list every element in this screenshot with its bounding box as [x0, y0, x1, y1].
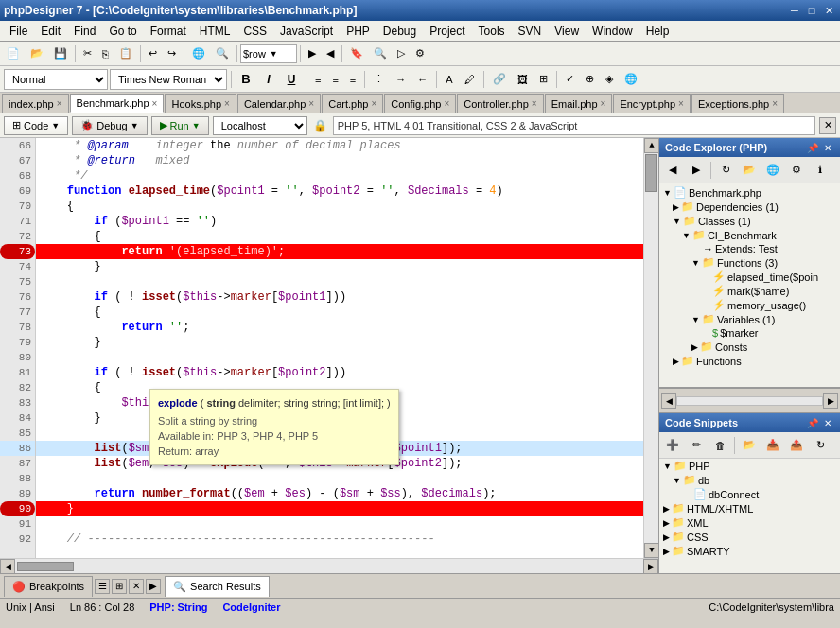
breakpoints-grid-button[interactable]: ⊞ [112, 579, 127, 594]
collapse-icon[interactable]: ▶ [673, 202, 679, 212]
close-icon[interactable]: × [224, 98, 230, 109]
menu-svn[interactable]: SVN [513, 23, 548, 40]
image-button[interactable]: 🖼 [513, 69, 533, 90]
collapse-icon[interactable]: ▼ [663, 188, 672, 198]
redo-button[interactable]: ↪ [163, 44, 181, 64]
macro-button[interactable]: ◈ [601, 69, 618, 90]
snippet-item-xml[interactable]: ▶ 📁 XML [659, 515, 840, 530]
align-center-button[interactable]: ≡ [327, 69, 342, 90]
save-button[interactable]: 💾 [49, 44, 72, 64]
snippet-button[interactable]: ⊕ [581, 69, 599, 90]
breakpoints-list-button[interactable]: ☰ [95, 579, 110, 594]
underline-button[interactable]: U [281, 69, 302, 90]
undo-button[interactable]: ↩ [144, 44, 162, 64]
tab-hooks-php[interactable]: Hooks.php × [165, 94, 236, 113]
search-button[interactable]: 🔍 [369, 44, 392, 64]
tree-item-memory-usage[interactable]: ⚡ memory_usage() [659, 298, 840, 312]
minimize-button[interactable]: ─ [787, 3, 802, 18]
tree-item-mark[interactable]: ⚡ mark($name) [659, 284, 840, 298]
close-toolbar-button[interactable]: ✕ [819, 117, 836, 134]
open-button[interactable]: 📂 [26, 44, 48, 64]
tree-item-classes[interactable]: ▼ 📁 Classes (1) [659, 214, 840, 228]
tab-email-php[interactable]: Email.php × [545, 94, 613, 113]
explorer-settings-button[interactable]: ⚙ [785, 159, 808, 182]
collapse-icon[interactable]: ▶ [663, 547, 670, 556]
panel-pin-button[interactable]: 📌 [806, 141, 819, 154]
highlight-button[interactable]: 🖊 [460, 69, 480, 90]
settings-button[interactable]: ⚙ [411, 44, 429, 64]
snippet-item-db[interactable]: ▼ 📁 db [659, 473, 840, 487]
collapse-icon[interactable]: ▶ [691, 342, 698, 352]
tree-item-elapsed-time[interactable]: ⚡ elapsed_time($poin [659, 270, 840, 284]
italic-button[interactable]: I [258, 69, 279, 90]
close-icon[interactable]: × [532, 98, 537, 109]
tree-item-extends[interactable]: → Extends: Test [659, 242, 840, 255]
snippets-folder-button[interactable]: 📂 [738, 434, 761, 457]
link-button[interactable]: 🔗 [488, 69, 511, 90]
tab-calendar-php[interactable]: Calendar.php × [237, 94, 321, 113]
code-editor[interactable]: * @param integer the number of decimal p… [36, 138, 643, 558]
collapse-icon[interactable]: ▼ [682, 231, 691, 240]
explorer-globe-button[interactable]: 🌐 [761, 159, 784, 182]
tree-item-benchmark[interactable]: ▼ 📄 Benchmark.php [659, 185, 840, 200]
close-button[interactable]: ✕ [821, 3, 836, 18]
left-arrow-button[interactable]: ◀ [661, 393, 676, 409]
list-button[interactable]: ⋮ [369, 69, 389, 90]
snippets-close-button[interactable]: ✕ [821, 416, 834, 429]
vertical-scrollbar[interactable]: ▲ ▼ [643, 138, 658, 558]
collapse-icon[interactable]: ▼ [673, 217, 681, 226]
tab-encrypt-php[interactable]: Encrypt.php × [613, 94, 691, 113]
snippets-export-button[interactable]: 📤 [785, 434, 808, 457]
copy-button[interactable]: ⎘ [97, 44, 114, 64]
tab-config-php[interactable]: Config.php × [384, 94, 456, 113]
close-icon[interactable]: × [57, 98, 62, 109]
scroll-track[interactable] [644, 153, 658, 543]
collapse-icon[interactable]: ▶ [663, 518, 670, 528]
h-scroll-thumb[interactable] [17, 562, 74, 571]
explorer-info-button[interactable]: ℹ [809, 159, 831, 182]
close-icon[interactable]: × [678, 98, 684, 109]
snippet-item-html[interactable]: ▶ 📁 HTML/XHTML [659, 501, 840, 515]
close-icon[interactable]: × [772, 98, 778, 109]
maximize-button[interactable]: □ [804, 3, 819, 18]
menu-javascript[interactable]: JavaScript [274, 23, 339, 40]
explorer-forward-button[interactable]: ▶ [685, 159, 708, 182]
tab-index-php[interactable]: index.php × [2, 94, 69, 113]
menu-goto[interactable]: Go to [103, 23, 142, 40]
localhost-select[interactable]: Localhost [213, 116, 307, 135]
scroll-right-button[interactable]: ▶ [643, 559, 658, 574]
tab-benchmark-php[interactable]: Benchmark.php × [70, 94, 165, 113]
right-arrow-button[interactable]: ▶ [823, 393, 838, 409]
menu-find[interactable]: Find [68, 23, 101, 40]
paragraph-style-select[interactable]: Normal [4, 69, 108, 90]
table-button[interactable]: ⊞ [534, 69, 552, 90]
snippets-edit-button[interactable]: ✏ [685, 434, 708, 457]
close-icon[interactable]: × [601, 98, 606, 109]
horizontal-scrollbar[interactable]: ◀ ▶ [0, 558, 658, 573]
snippets-add-button[interactable]: ➕ [661, 434, 684, 457]
explorer-open-button[interactable]: 📂 [738, 159, 761, 182]
tree-item-consts[interactable]: ▶ 📁 Consts [659, 340, 840, 354]
scroll-down-button[interactable]: ▼ [644, 543, 658, 558]
panel-hscroll-track[interactable] [676, 396, 823, 406]
menu-project[interactable]: Project [424, 23, 470, 40]
snippet-item-php[interactable]: ▼ 📁 PHP [659, 459, 840, 473]
close-icon[interactable]: × [371, 98, 376, 109]
outdent-button[interactable]: ← [412, 69, 432, 90]
scroll-thumb[interactable] [645, 154, 657, 192]
menu-window[interactable]: Window [586, 23, 639, 40]
snippets-pin-button[interactable]: 📌 [806, 416, 819, 429]
menu-html[interactable]: HTML [194, 23, 236, 40]
run-button[interactable]: ▶ Run ▼ [151, 116, 209, 135]
bold-button[interactable]: B [236, 69, 256, 90]
tree-item-functions-root[interactable]: ▶ 📁 Functions [659, 354, 840, 368]
color-button[interactable]: A [441, 69, 457, 90]
explorer-refresh-button[interactable]: ↻ [714, 159, 737, 182]
breakpoints-tab[interactable]: 🔴 Breakpoints [4, 576, 93, 597]
menu-help[interactable]: Help [640, 23, 675, 40]
back-button[interactable]: ◀ [322, 44, 339, 64]
snippets-refresh-button[interactable]: ↻ [809, 434, 831, 457]
collapse-icon[interactable]: ▶ [663, 504, 670, 514]
browser-button[interactable]: 🌐 [187, 44, 210, 64]
close-icon[interactable]: × [308, 98, 314, 109]
